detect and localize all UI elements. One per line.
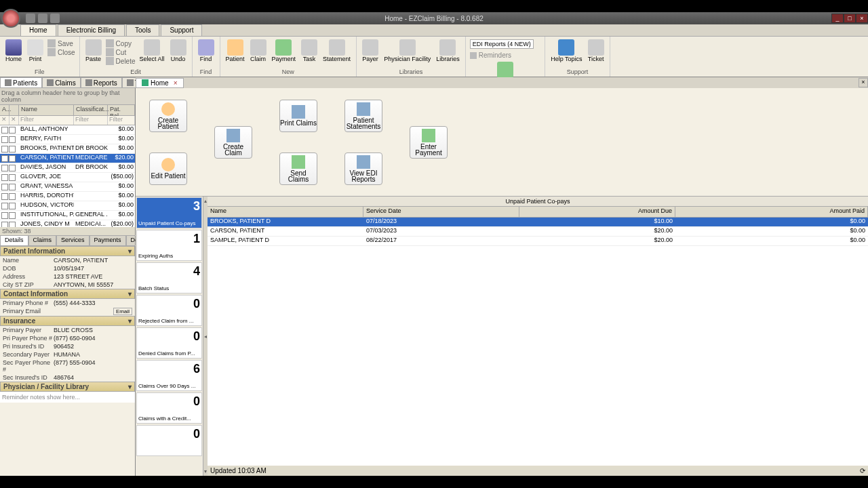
close-button[interactable]: × [856, 14, 868, 23]
patient-statements-button[interactable]: Patient Statements [344, 100, 382, 132]
print-claims-button[interactable]: Print Claims [279, 100, 317, 132]
patient-row[interactable]: HARRIS, DOROTHY$0.00 [0, 192, 135, 201]
dash-tile[interactable]: 0 [136, 425, 202, 456]
ticket-button[interactable]: Ticket [585, 38, 607, 64]
patient-row[interactable]: DAVIES, JASONDR BROOKS$0.00 [0, 163, 135, 173]
filter-class[interactable]: Filter [74, 116, 108, 125]
filter-clear2[interactable]: ✕ [9, 116, 19, 125]
paste-button[interactable]: Paste [83, 38, 104, 64]
patient-row[interactable]: BROOKS, PATIENT DDR BROOKS$0.00 [0, 144, 135, 154]
minimize-button[interactable]: _ [831, 14, 844, 23]
dash-tile[interactable]: 0Claims with a Credit... [136, 392, 202, 424]
col-name[interactable]: Name [19, 105, 74, 115]
claims-icon [47, 79, 54, 86]
alerts-combo[interactable]: EDI Reports (4 NEW) [470, 39, 534, 49]
qat-btn[interactable] [50, 14, 60, 23]
maximize-button[interactable]: □ [844, 14, 856, 23]
close-tab-icon[interactable]: × [174, 79, 178, 87]
physician-button[interactable]: Physician Facility [381, 38, 433, 64]
col-date[interactable]: Service Date [363, 207, 519, 217]
dash-row[interactable]: CARSON, PATIENT07/03/2023$20.00$0.00 [208, 227, 868, 237]
col-ico[interactable] [9, 105, 19, 115]
help-button[interactable]: Help Topics [548, 38, 585, 64]
ribbon-tab-ebilling[interactable]: Electronic Billing [58, 24, 125, 36]
create-patient-button[interactable]: Create Patient [149, 100, 187, 132]
libraries-button[interactable]: Libraries [433, 38, 462, 64]
ribbon-tab-support[interactable]: Support [161, 24, 202, 36]
tab-claims2[interactable]: Claims [28, 235, 57, 246]
col-name[interactable]: Name [208, 207, 363, 217]
grid-header: A... Name Classificat... Pat. Bal. [0, 105, 135, 116]
cut-button[interactable]: Cut [106, 48, 136, 56]
filter-bal[interactable]: Filter [108, 116, 135, 125]
selectall-button[interactable]: Select All [137, 38, 167, 64]
edit-patient-button[interactable]: Edit Patient [149, 152, 187, 185]
reminder-notes[interactable]: Reminder notes show here... [0, 392, 135, 403]
new-task-button[interactable]: Task [298, 38, 320, 64]
patient-row[interactable]: BERRY, FAITH$0.00 [0, 135, 135, 144]
tab-patients[interactable]: Patients [0, 77, 42, 88]
view-reports-button[interactable]: View EDI Reports [344, 152, 382, 185]
filter-clear[interactable]: ✕ [0, 116, 9, 125]
save-button[interactable]: Save [47, 39, 75, 47]
patient-row[interactable]: GRANT, VANESSA$0.00 [0, 182, 135, 192]
tab-payments[interactable]: Payments [90, 235, 126, 246]
tab-services[interactable]: Services [56, 235, 90, 246]
home-button[interactable]: Home [3, 38, 24, 64]
dash-tile[interactable]: 1Expiring Auths [136, 230, 202, 261]
patient-row[interactable]: CARSON, PATIENTMEDICARE$20.00 [0, 154, 135, 163]
close-button[interactable]: Close [47, 48, 75, 56]
app-icon[interactable] [1, 9, 20, 28]
dash-tile[interactable]: 3Unpaid Patient Co-pays [136, 197, 202, 228]
patient-row[interactable]: GLOVER, JOE($50.00) [0, 173, 135, 182]
patient-row[interactable]: HUDSON, VICTORIA$0.00 [0, 201, 135, 211]
dash-tile[interactable]: 0Rejected Claim from ... [136, 295, 202, 326]
tab-reports[interactable]: Reports [81, 77, 122, 88]
section-contact-info[interactable]: Contact Information▾ [0, 289, 135, 299]
undo-button[interactable]: Undo [167, 38, 189, 64]
section-patient-info[interactable]: Patient Information▾ [0, 246, 135, 256]
dash-row[interactable]: SAMPLE, PATIENT D08/22/2017$20.00$0.00 [208, 237, 868, 246]
payer-button[interactable]: Payer [359, 38, 381, 64]
patient-row[interactable]: BALL, ANTHONY$0.00 [0, 125, 135, 135]
find-button[interactable]: Find [195, 38, 217, 64]
section-insurance[interactable]: Insurance▾ [0, 316, 135, 326]
close-all-button[interactable]: × [859, 78, 868, 87]
patient-row[interactable]: JONES, CINDY MMEDICAI...($20.00) [0, 220, 135, 227]
dash-tile[interactable]: 0Denied Claims from P... [136, 327, 202, 359]
delete-button[interactable]: Delete [106, 57, 136, 65]
refresh-button[interactable]: ⟳ [860, 467, 865, 474]
tab-details[interactable]: Details [0, 235, 28, 246]
create-claim-button[interactable]: Create Claim [214, 126, 252, 159]
ribbon-tab-tools[interactable]: Tools [126, 24, 159, 36]
patient-row[interactable]: INSTITUTIONAL, P...GENERAL ...$0.00 [0, 211, 135, 220]
print-button[interactable]: Print [24, 38, 46, 64]
field-value: ANYTOWN, MI 55557 [54, 281, 132, 288]
tab-claims[interactable]: Claims [42, 77, 81, 88]
dash-tile[interactable]: 6Claims Over 90 Days ... [136, 360, 202, 391]
filter-name[interactable]: Filter [19, 116, 74, 125]
new-patient-button[interactable]: Patient [223, 38, 248, 64]
ribbon-tab-home[interactable]: Home [20, 24, 56, 36]
group-label: Find [195, 68, 217, 75]
col-class[interactable]: Classificat... [74, 105, 108, 115]
email-button[interactable]: Email [113, 308, 132, 315]
qat-btn[interactable] [26, 14, 35, 23]
dash-row[interactable]: BROOKS, PATIENT D07/18/2023$10.00$0.00 [208, 218, 868, 227]
send-claims-button[interactable]: Send Claims [279, 152, 317, 185]
enter-payment-button[interactable]: Enter Payment [410, 126, 448, 159]
col-bal[interactable]: Pat. Bal. [108, 105, 135, 115]
col-due[interactable]: Amount Due [519, 207, 675, 217]
new-statement-button[interactable]: Statement [320, 38, 353, 64]
section-physician[interactable]: Physician / Facility Library▾ [0, 382, 135, 392]
qat-btn[interactable] [38, 14, 47, 23]
new-claim-button[interactable]: Claim [248, 38, 269, 64]
copy-button[interactable]: Copy [106, 39, 136, 47]
titlebar: Home - EZClaim Billing - 8.0.682 _ □ × [0, 12, 868, 24]
reminders-button[interactable]: Reminders [469, 50, 513, 60]
col-paid[interactable]: Amount Paid [675, 207, 868, 217]
doc-tab-home[interactable]: Home× [136, 78, 184, 88]
col-a[interactable]: A... [0, 105, 9, 115]
new-payment-button[interactable]: Payment [269, 38, 299, 64]
dash-tile[interactable]: 4Batch Status [136, 262, 202, 293]
